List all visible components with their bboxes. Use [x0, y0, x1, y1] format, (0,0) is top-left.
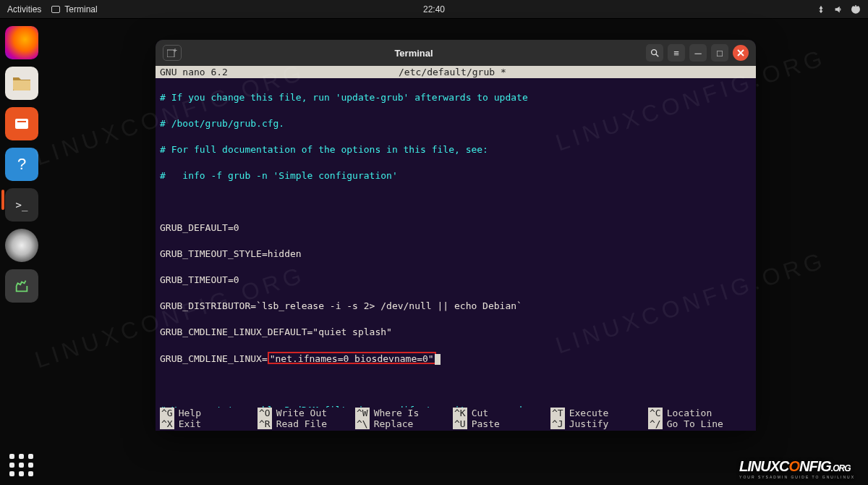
dock-trash[interactable] [5, 269, 38, 303]
nano-version: GNU nano 6.2 [160, 67, 399, 77]
shortcut-justify: ^JJustify [550, 418, 648, 429]
svg-rect-1 [167, 50, 174, 57]
terminal-app-icon [51, 6, 60, 13]
minimize-button[interactable]: ─ [689, 44, 707, 62]
nano-filepath: /etc/default/grub * [399, 67, 752, 77]
activities-button[interactable]: Activities [7, 4, 41, 14]
line: GRUB_DISTRIBUTOR=`lsb_release -i -s 2> /… [160, 300, 752, 313]
dock-active-indicator [1, 190, 4, 210]
window-title: Terminal [182, 48, 646, 59]
line: GRUB_TIMEOUT_STYLE=hidden [160, 248, 752, 261]
text-cursor [435, 354, 441, 365]
line: GRUB_TIMEOUT=0 [160, 274, 752, 287]
hamburger-menu[interactable]: ≡ [668, 44, 685, 62]
dock-terminal[interactable]: >_ [5, 188, 38, 222]
dock-firefox[interactable] [5, 26, 38, 59]
nano-footer: ^GHelp ^OWrite Out ^WWhere Is ^KCut ^TEx… [156, 408, 756, 431]
power-icon[interactable] [851, 4, 861, 14]
volume-icon[interactable] [833, 4, 843, 14]
shortcut-readfile: ^RRead File [258, 418, 355, 429]
clock[interactable]: 22:40 [423, 4, 445, 14]
shortcut-cut: ^KCut [453, 408, 550, 418]
nano-editor[interactable]: # If you change this file, run 'update-g… [156, 78, 756, 431]
dock-software[interactable] [5, 107, 38, 140]
shortcut-paste: ^UPaste [453, 418, 550, 429]
shortcut-gotoline: ^/Go To Line [648, 418, 746, 429]
line: # For full documentation of the options … [160, 143, 752, 156]
shortcut-execute: ^TExecute [550, 408, 648, 418]
maximize-button[interactable]: □ [711, 44, 728, 62]
dock-files[interactable] [5, 67, 38, 100]
line [160, 378, 752, 391]
line: GRUB_DEFAULT=0 [160, 222, 752, 235]
line-highlighted: GRUB_CMDLINE_LINUX="net.ifnames=0 biosde… [160, 352, 752, 365]
line: # If you change this file, run 'update-g… [160, 91, 752, 104]
line [160, 195, 752, 208]
svg-point-2 [652, 50, 657, 55]
line: GRUB_CMDLINE_LINUX_DEFAULT="quiet splash… [160, 326, 752, 339]
ubuntu-dock: ? >_ [0, 19, 43, 485]
dock-disc[interactable] [5, 229, 38, 262]
shortcut-whereis: ^WWhere Is [355, 408, 453, 418]
shortcut-writeout: ^OWrite Out [258, 408, 355, 418]
app-menu-label: Terminal [64, 4, 97, 14]
show-applications[interactable] [9, 454, 34, 476]
gnome-topbar: Activities Terminal 22:40 [0, 0, 868, 19]
search-button[interactable] [646, 44, 663, 62]
line: # /boot/grub/grub.cfg. [160, 117, 752, 130]
window-titlebar[interactable]: Terminal ≡ ─ □ [156, 40, 756, 66]
app-menu[interactable]: Terminal [51, 4, 97, 14]
network-icon[interactable] [816, 4, 826, 14]
shortcut-help: ^GHelp [160, 408, 258, 418]
line: # info -f grub -n 'Simple configuration' [160, 169, 752, 182]
dock-help[interactable]: ? [5, 148, 38, 181]
shortcut-exit: ^XExit [160, 418, 258, 429]
highlighted-value: "net.ifnames=0 biosdevname=0" [268, 352, 436, 364]
nano-titlebar: GNU nano 6.2 /etc/default/grub * [156, 66, 756, 78]
close-button[interactable] [733, 45, 749, 61]
shortcut-location: ^CLocation [648, 408, 746, 418]
shortcut-replace: ^\Replace [355, 418, 453, 429]
new-tab-button[interactable] [163, 45, 182, 61]
terminal-window: Terminal ≡ ─ □ GNU nano 6.2 /etc/default… [156, 40, 756, 431]
watermark-logo: LINUXCONFIG.ORG YOUR SYSADMIN GUIDE TO G… [739, 458, 855, 479]
svg-rect-0 [15, 119, 28, 129]
